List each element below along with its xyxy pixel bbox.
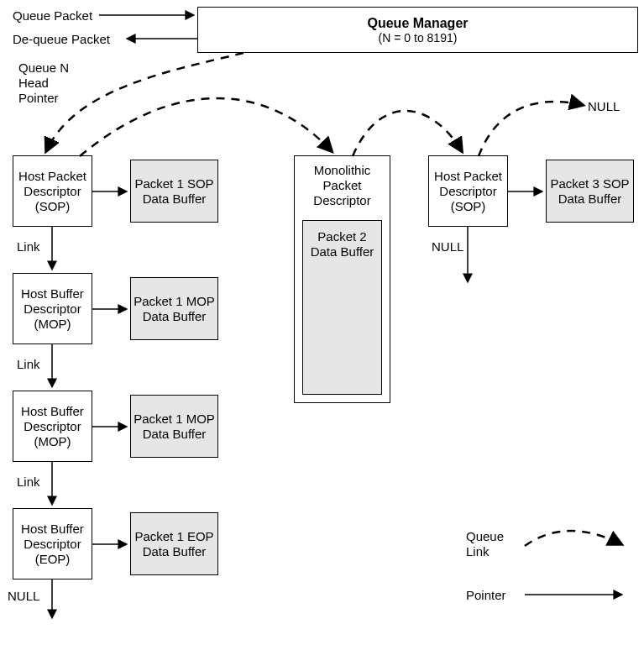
legend-queue-link-label: Queue Link [466, 529, 504, 559]
queue-manager-subtitle: (N = 0 to 8191) [379, 31, 458, 45]
host-packet-descriptor-sop-1: Host Packet Descriptor (SOP) [13, 155, 92, 227]
host-packet-descriptor-sop-3: Host Packet Descriptor (SOP) [428, 155, 508, 227]
queue-link-1 [80, 98, 332, 156]
dequeue-packet-label: De-queue Packet [13, 32, 110, 47]
null-label-col3: NULL [432, 239, 463, 254]
legend-pointer-label: Pointer [466, 588, 506, 603]
host-buffer-descriptor-mop-1: Host Buffer Descriptor (MOP) [13, 273, 92, 344]
queue-packet-label: Queue Packet [13, 8, 92, 24]
host-buffer-descriptor-eop: Host Buffer Descriptor (EOP) [13, 508, 92, 579]
packet-1-eop-buffer: Packet 1 EOP Data Buffer [130, 512, 218, 575]
queue-manager: Queue Manager (N = 0 to 8191) [197, 7, 638, 53]
host-buffer-descriptor-mop-2: Host Buffer Descriptor (MOP) [13, 391, 92, 462]
link-label-2: Link [17, 357, 40, 372]
link-label-1: Link [17, 239, 40, 254]
head-pointer-label: Queue N Head Pointer [18, 60, 69, 106]
monolithic-packet-descriptor-label: Monolithic Packet Descriptor [313, 163, 370, 208]
head-pointer-curve [46, 53, 243, 151]
packet-1-mop-buffer-1: Packet 1 MOP Data Buffer [130, 277, 218, 340]
queue-link-2 [353, 111, 462, 156]
null-label-col1: NULL [8, 589, 39, 604]
queue-link-3 [479, 102, 583, 156]
packet-3-sop-buffer: Packet 3 SOP Data Buffer [546, 160, 634, 223]
queue-manager-title: Queue Manager [367, 15, 468, 31]
packet-2-data-buffer: Packet 2 Data Buffer [302, 220, 382, 395]
packet-1-sop-buffer: Packet 1 SOP Data Buffer [130, 160, 218, 223]
packet-1-mop-buffer-2: Packet 1 MOP Data Buffer [130, 395, 218, 458]
legend-queue-link-arrow [525, 531, 621, 546]
link-label-3: Link [17, 475, 40, 490]
null-label-top: NULL [588, 99, 620, 114]
